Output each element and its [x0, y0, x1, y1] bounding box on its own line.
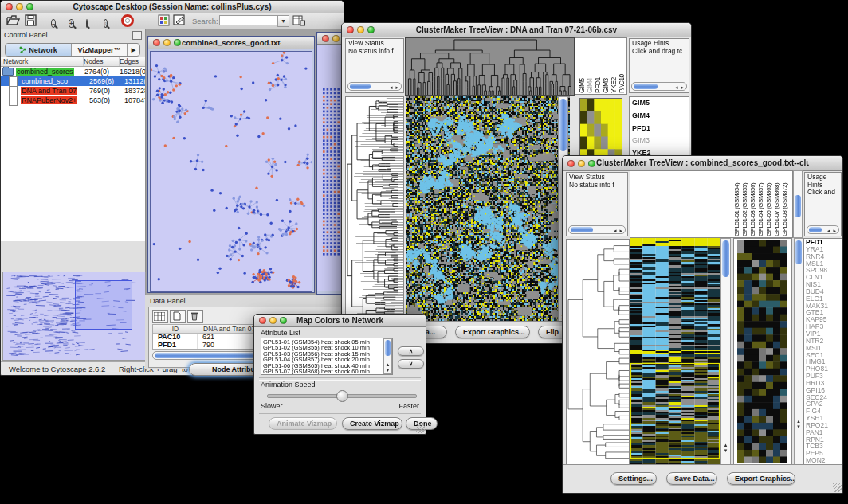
gene-label[interactable]: KAP95 — [804, 316, 842, 323]
gene-label[interactable]: PEP5 — [804, 450, 842, 457]
gene-label[interactable]: PFD1 — [804, 239, 842, 246]
gene-label[interactable]: GPI16 — [804, 387, 842, 394]
close-button[interactable] — [322, 35, 329, 42]
tv1-row-dendrogram[interactable] — [345, 96, 404, 325]
gene-label[interactable]: HRD3 — [804, 380, 842, 387]
tv2-export-graphics-button[interactable]: Export Graphics... — [727, 472, 795, 485]
resize-grip[interactable] — [833, 483, 842, 492]
gene-label[interactable]: GIM5 — [630, 97, 689, 110]
gene-label[interactable]: GTB1 — [804, 309, 842, 316]
tv2-row-dendrogram[interactable] — [566, 239, 630, 466]
tv1-column-dendrogram[interactable] — [405, 37, 575, 96]
gene-label[interactable]: GIM3 — [630, 135, 689, 147]
treeview1-titlebar[interactable]: ClusterMaker TreeView : DNA and Tran 07-… — [342, 23, 691, 37]
col-header-network[interactable]: Network — [1, 57, 84, 66]
tv1-vs-hscrollbar[interactable]: ◂ ▸ — [347, 82, 402, 91]
zoom-fit-icon[interactable]: ▫ — [102, 14, 117, 28]
search-dropdown-button[interactable]: ▼ — [277, 15, 289, 27]
minimize-button[interactable] — [163, 39, 171, 46]
zoom-window-button[interactable] — [367, 26, 375, 33]
tv2-settings-button[interactable]: Settings... — [610, 472, 657, 485]
tv2-save-data-button[interactable]: Save Data... — [666, 472, 717, 485]
gene-label[interactable]: MON2 — [804, 457, 842, 464]
table-mode-icon[interactable] — [152, 310, 168, 323]
gene-label[interactable]: RPN1 — [804, 436, 842, 443]
minimize-button[interactable] — [332, 35, 340, 42]
minimize-button[interactable] — [357, 26, 364, 33]
attribute-item[interactable]: GPL51-06 (GSM865) heat shock 40 min — [263, 363, 391, 369]
gene-label[interactable]: RNR4 — [804, 253, 842, 260]
birdseye-view[interactable] — [2, 272, 146, 361]
attribute-browser-icon[interactable] — [292, 14, 308, 28]
help-lifering-icon[interactable] — [121, 14, 136, 28]
gene-label[interactable]: PHO81 — [804, 365, 842, 373]
gene-label[interactable]: YSH1 — [804, 415, 842, 422]
network-list-row[interactable]: DNA and Tran 07769(0)183728(0) — [1, 86, 145, 96]
search-input[interactable] — [219, 15, 278, 25]
open-session-icon[interactable] — [6, 14, 22, 28]
tv2-gene-vscrollbar[interactable]: ▴▾ — [794, 238, 803, 465]
resize-grip[interactable] — [416, 424, 425, 433]
delete-attribute-trash-icon[interactable] — [187, 310, 203, 323]
attribute-item[interactable]: GPL51-04 (GSM857) heat shock 20 min — [263, 357, 391, 362]
dialog-titlebar[interactable]: Map Colors to Network — [254, 315, 426, 327]
tab-vizmapper[interactable]: VizMapper™ — [72, 44, 128, 56]
slider-thumb[interactable] — [336, 390, 348, 402]
create-vizmap-button[interactable]: Create Vizmap — [342, 417, 402, 430]
birdseye-canvas[interactable] — [3, 272, 143, 358]
gene-label[interactable]: PFD1 — [630, 123, 689, 135]
save-session-icon[interactable] — [25, 14, 40, 28]
tv2-uh-hscrollbar[interactable]: ◂ ▸ — [807, 225, 839, 234]
gene-label[interactable]: CLN1 — [804, 274, 842, 281]
gene-label[interactable]: PUF3 — [804, 373, 842, 380]
zoom-window-button[interactable] — [174, 39, 181, 46]
move-up-button[interactable]: ∧ — [398, 346, 424, 356]
tv2-vs-hscrollbar[interactable]: ◂ ▸ — [568, 225, 626, 234]
attribute-item[interactable]: GPL51-07 (GSM868) heat shock 60 min — [263, 369, 391, 374]
tv2-top-vscrollbar[interactable] — [793, 170, 803, 238]
zoom-window-button[interactable] — [26, 3, 33, 10]
treeview2-titlebar[interactable]: ClusterMaker TreeView : combined_scores_… — [563, 156, 842, 171]
gene-label[interactable]: SPC98 — [804, 267, 842, 274]
main-titlebar[interactable]: Cytoscape Desktop (Session Name: collins… — [1, 1, 344, 14]
tab-network[interactable]: Network — [6, 44, 72, 56]
network-list-row[interactable]: RNAPuberNov2+563(0)107847(0) — [1, 96, 145, 105]
vizmapper-icon[interactable] — [158, 14, 173, 28]
zoom-out-icon[interactable]: – — [49, 14, 65, 28]
tv2-heatmap[interactable] — [630, 238, 720, 465]
attribute-list-vscrollbar[interactable]: ▴▾ — [383, 338, 392, 374]
gene-label[interactable]: NIS1 — [804, 281, 842, 288]
minimize-button[interactable] — [269, 317, 277, 324]
gene-label[interactable]: VIP1 — [804, 330, 842, 338]
col-header-edges[interactable]: Edges — [120, 57, 145, 66]
zoom-window-button[interactable] — [280, 317, 287, 324]
close-button[interactable] — [567, 160, 575, 167]
gene-label[interactable]: MSI1 — [804, 345, 842, 352]
gene-label[interactable]: HAP3 — [804, 323, 842, 330]
tv2-zoom-heatmap[interactable] — [737, 240, 787, 463]
float-panel-icon[interactable] — [132, 31, 142, 40]
tv1-uh-hscrollbar[interactable]: ◂ ▸ — [631, 82, 687, 91]
new-attribute-icon[interactable] — [170, 310, 186, 323]
col-header-nodes[interactable]: Nodes — [84, 57, 120, 66]
network-list-row[interactable]: combined_sco2569(6)13112(15) — [1, 76, 145, 86]
gene-label[interactable]: FIG4 — [804, 408, 842, 415]
gene-label[interactable]: SEC24 — [804, 394, 842, 401]
gene-label[interactable]: NTR2 — [804, 338, 842, 345]
close-button[interactable] — [153, 39, 160, 46]
attribute-item[interactable]: GPL51-03 (GSM856) heat shock 15 min — [263, 351, 391, 357]
gene-label[interactable]: MSL1 — [804, 260, 842, 268]
minimize-button[interactable] — [16, 3, 23, 10]
gene-label[interactable]: CPA2 — [804, 400, 842, 408]
gene-label[interactable]: SEC1 — [804, 352, 842, 359]
gene-label[interactable]: YRA1 — [804, 246, 842, 253]
zoom-selected-icon[interactable] — [84, 14, 100, 28]
animate-vizmap-button[interactable]: Animate Vizmap — [269, 417, 337, 430]
tv1-export-graphics-button[interactable]: Export Graphics... — [455, 326, 530, 338]
gene-label[interactable]: GIM4 — [630, 110, 689, 123]
network-list-row[interactable]: combined_scores2764(0)16218(0) — [1, 67, 145, 76]
attribute-item[interactable]: GPL51-01 (GSM854) heat shock 05 min — [263, 339, 391, 345]
gene-label[interactable]: ELG1 — [804, 295, 842, 303]
move-down-button[interactable]: ∨ — [398, 359, 424, 369]
gene-label[interactable]: MAK31 — [804, 303, 842, 310]
